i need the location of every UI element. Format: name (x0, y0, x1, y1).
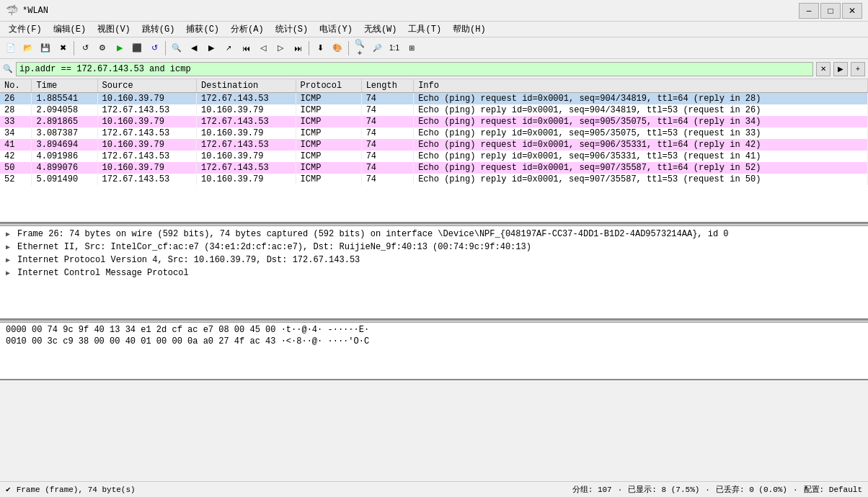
expand-arrow-icon: ▶ (6, 230, 14, 238)
table-cell: 10.160.39.79 (97, 116, 197, 127)
first-button[interactable]: ⏮ (238, 40, 254, 56)
table-cell: 3.894694 (32, 139, 97, 151)
open-button[interactable]: 📂 (20, 40, 36, 56)
table-cell: 172.67.143.53 (197, 116, 296, 127)
last-button[interactable]: ⏭ (290, 40, 306, 56)
menu-go[interactable]: 跳转(G) (136, 22, 181, 37)
table-row[interactable]: 343.087387172.67.143.5310.160.39.79ICMP7… (0, 127, 868, 139)
table-cell: 74 (361, 151, 414, 162)
table-cell: 74 (361, 162, 414, 174)
table-row[interactable]: 504.89907610.160.39.79172.67.143.53ICMP7… (0, 162, 868, 174)
table-cell: 52 (0, 174, 32, 185)
menu-stats[interactable]: 统计(S) (270, 22, 314, 37)
filter-clear-button[interactable]: ✕ (816, 62, 831, 76)
sep2 (165, 41, 166, 55)
table-cell: 10.160.39.79 (197, 151, 296, 162)
table-row[interactable]: 525.091490172.67.143.5310.160.39.79ICMP7… (0, 174, 868, 185)
expand-arrow-icon: ▶ (6, 243, 14, 251)
detail-row[interactable]: ▶Internet Protocol Version 4, Src: 10.16… (0, 254, 868, 267)
reload-button[interactable]: ↺ (77, 40, 93, 56)
table-cell: 172.67.143.53 (197, 139, 296, 151)
detail-row[interactable]: ▶Internet Control Message Protocol (0, 267, 868, 279)
minimize-button[interactable]: – (799, 3, 819, 19)
back-button[interactable]: ◀ (186, 40, 202, 56)
filter-input[interactable] (16, 62, 813, 76)
filter-arrow-button[interactable]: ▶ (833, 62, 848, 76)
detail-row[interactable]: ▶Frame 26: 74 bytes on wire (592 bits), … (0, 228, 868, 241)
table-row[interactable]: 413.89469410.160.39.79172.67.143.53ICMP7… (0, 139, 868, 151)
close-button[interactable]: ✕ (842, 3, 862, 19)
col-info[interactable]: Info (414, 79, 868, 93)
table-header-row: No. Time Source Destination Protocol Len… (0, 79, 868, 93)
table-cell: 41 (0, 139, 32, 151)
table-cell: 4.091986 (32, 151, 97, 162)
col-time[interactable]: Time (32, 79, 97, 93)
menu-capture[interactable]: 捕获(C) (180, 22, 225, 37)
filter-bar: 🔍 ✕ ▶ + (0, 59, 868, 79)
expand-arrow-icon: ▶ (6, 256, 14, 264)
app-icon: 🦈 (6, 4, 18, 17)
menu-tools[interactable]: 工具(T) (402, 22, 447, 37)
table-row[interactable]: 261.88554110.160.39.79172.67.143.53ICMP7… (0, 93, 868, 105)
filter-label: 🔍 (3, 64, 13, 73)
table-cell: Echo (ping) request id=0x0001, seq=906/3… (414, 139, 868, 151)
hex-row: 0000 00 74 9c 9f 40 13 34 e1 2d cf ac e7… (0, 324, 868, 336)
detail-text: Frame 26: 74 bytes on wire (592 bits), 7… (17, 229, 729, 239)
menu-wireless[interactable]: 无线(W) (358, 22, 403, 37)
resize-columns-button[interactable]: ⊞ (404, 40, 420, 56)
zoom-100-button[interactable]: 1:1 (386, 40, 402, 56)
col-destination[interactable]: Destination (197, 79, 296, 93)
detail-row[interactable]: ▶Ethernet II, Src: IntelCor_cf:ac:e7 (34… (0, 241, 868, 254)
table-cell: ICMP (296, 127, 361, 139)
table-cell: 74 (361, 127, 414, 139)
table-cell: 74 (361, 93, 414, 105)
sep1 (74, 41, 74, 55)
col-protocol[interactable]: Protocol (296, 79, 361, 93)
table-row[interactable]: 424.091986172.67.143.5310.160.39.79ICMP7… (0, 151, 868, 162)
save-button[interactable]: 💾 (37, 40, 53, 56)
colorize-button[interactable]: 🎨 (329, 40, 345, 56)
table-cell: 10.160.39.79 (97, 139, 197, 151)
table-cell: Echo (ping) reply id=0x0001, seq=907/355… (414, 174, 868, 185)
autoscroll-button[interactable]: ⬇ (312, 40, 328, 56)
table-cell: 28 (0, 104, 32, 116)
col-no[interactable]: No. (0, 79, 32, 93)
restart-button[interactable]: ↺ (146, 40, 162, 56)
capture-options-button[interactable]: ⚙ (94, 40, 110, 56)
maximize-button[interactable]: □ (820, 3, 841, 19)
zoom-in-button[interactable]: 🔍+ (352, 40, 368, 56)
menu-bar: 文件(F) 编辑(E) 视图(V) 跳转(G) 捕获(C) 分析(A) 统计(S… (0, 22, 868, 37)
filter-bookmark-button[interactable]: + (851, 62, 865, 76)
goto-button[interactable]: ↗ (221, 40, 236, 56)
table-row[interactable]: 282.094058172.67.143.5310.160.39.79ICMP7… (0, 104, 868, 116)
status-sep3: · (793, 485, 798, 494)
menu-telephony[interactable]: 电话(Y) (314, 22, 358, 37)
table-cell: ICMP (296, 93, 361, 105)
find-button[interactable]: 🔍 (169, 40, 185, 56)
forward-button[interactable]: ▶ (203, 40, 219, 56)
table-row[interactable]: 332.89186510.160.39.79172.67.143.53ICMP7… (0, 116, 868, 127)
status-sep1: · (618, 485, 623, 494)
table-cell: 172.67.143.53 (197, 93, 296, 105)
sep3 (309, 41, 309, 55)
table-cell: ICMP (296, 174, 361, 185)
zoom-out-button[interactable]: 🔎 (369, 40, 385, 56)
new-capture-button[interactable]: 📄 (3, 40, 19, 56)
stop-capture-button[interactable]: ⬛ (129, 40, 145, 56)
start-capture-button[interactable]: ▶ (112, 40, 128, 56)
menu-edit[interactable]: 编辑(E) (48, 22, 92, 37)
menu-file[interactable]: 文件(F) (3, 22, 48, 37)
table-cell: 1.885541 (32, 93, 97, 105)
menu-help[interactable]: 帮助(H) (447, 22, 492, 37)
col-length[interactable]: Length (361, 79, 414, 93)
prev-button[interactable]: ◁ (255, 40, 271, 56)
next-button[interactable]: ▷ (273, 40, 288, 56)
table-cell: Echo (ping) request id=0x0001, seq=907/3… (414, 162, 868, 174)
close-file-button[interactable]: ✖ (55, 40, 71, 56)
col-source[interactable]: Source (97, 79, 197, 93)
menu-view[interactable]: 视图(V) (92, 22, 136, 37)
menu-analyze[interactable]: 分析(A) (225, 22, 270, 37)
table-cell: 2.891865 (32, 116, 97, 127)
table-cell: 172.67.143.53 (97, 104, 197, 116)
title-bar: 🦈 *WLAN – □ ✕ (0, 0, 868, 22)
